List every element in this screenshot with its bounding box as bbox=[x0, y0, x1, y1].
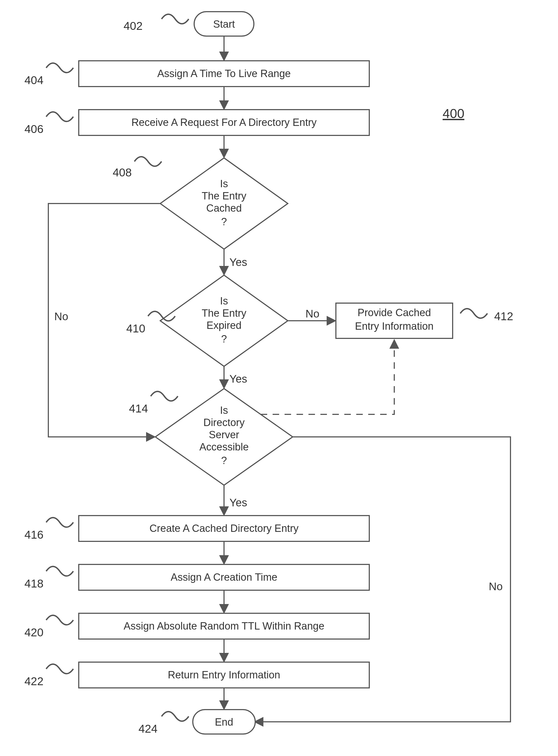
label-416: Create A Cached Directory Entry bbox=[149, 523, 298, 534]
label-418: Assign A Creation Time bbox=[171, 571, 278, 583]
label-410-l3: Expired bbox=[207, 320, 242, 331]
ref-402: 402 bbox=[124, 20, 143, 32]
label-accessible-yes: Yes bbox=[229, 496, 247, 509]
label-expired-no: No bbox=[305, 308, 319, 320]
label-expired-yes: Yes bbox=[229, 373, 247, 385]
label-404: Assign A Time To Live Range bbox=[157, 68, 290, 79]
ref-squiggle-412 bbox=[460, 309, 487, 318]
ref-squiggle bbox=[161, 15, 189, 24]
ref-squiggle-422 bbox=[46, 664, 73, 674]
label-412-l2: Entry Information bbox=[355, 321, 433, 332]
ref-424: 424 bbox=[138, 722, 157, 735]
label-422: Return Entry Information bbox=[168, 669, 280, 680]
ref-squiggle-408 bbox=[134, 157, 161, 166]
label-414-l3: Server bbox=[209, 429, 239, 440]
ref-422: 422 bbox=[24, 675, 44, 687]
label-408-l4: ? bbox=[221, 216, 227, 227]
ref-squiggle-424 bbox=[161, 712, 189, 721]
flowchart: 400 Start 402 Assign A Time To Live Rang… bbox=[0, 0, 558, 756]
ref-412: 412 bbox=[494, 310, 513, 323]
label-420: Assign Absolute Random TTL Within Range bbox=[124, 620, 324, 632]
ref-squiggle-418 bbox=[46, 567, 73, 576]
ref-408: 408 bbox=[113, 166, 132, 179]
ref-404: 404 bbox=[24, 74, 44, 86]
ref-squiggle-414 bbox=[151, 392, 178, 401]
label-406: Receive A Request For A Directory Entry bbox=[131, 117, 316, 128]
label-412-l1: Provide Cached bbox=[358, 307, 431, 318]
label-408-l1: Is bbox=[220, 178, 228, 189]
label-cached-yes: Yes bbox=[229, 256, 247, 268]
ref-416: 416 bbox=[24, 528, 44, 541]
start-label: Start bbox=[213, 19, 235, 30]
label-cached-no: No bbox=[54, 310, 68, 322]
ref-squiggle-420 bbox=[46, 616, 73, 625]
label-408-l2: The Entry bbox=[202, 190, 247, 201]
label-410-l2: The Entry bbox=[202, 307, 247, 319]
ref-414: 414 bbox=[129, 402, 148, 415]
ref-squiggle-404 bbox=[46, 63, 73, 73]
ref-squiggle-416 bbox=[46, 518, 73, 527]
ref-406: 406 bbox=[24, 123, 44, 135]
ref-410: 410 bbox=[126, 322, 145, 335]
label-414-l2: Directory bbox=[203, 417, 245, 428]
label-408-l3: Cached bbox=[206, 202, 242, 214]
ref-420: 420 bbox=[24, 626, 44, 639]
label-410-l1: Is bbox=[220, 295, 228, 307]
ref-squiggle-406 bbox=[46, 112, 73, 122]
end-label: End bbox=[215, 717, 233, 728]
edge-414-412-dashed bbox=[261, 341, 394, 414]
figure-number: 400 bbox=[442, 106, 464, 121]
label-414-l5: ? bbox=[221, 455, 227, 466]
label-410-l4: ? bbox=[221, 333, 227, 345]
ref-418: 418 bbox=[24, 577, 44, 590]
label-414-l4: Accessible bbox=[199, 441, 249, 453]
label-accessible-no: No bbox=[489, 580, 503, 592]
label-414-l1: Is bbox=[220, 405, 228, 416]
